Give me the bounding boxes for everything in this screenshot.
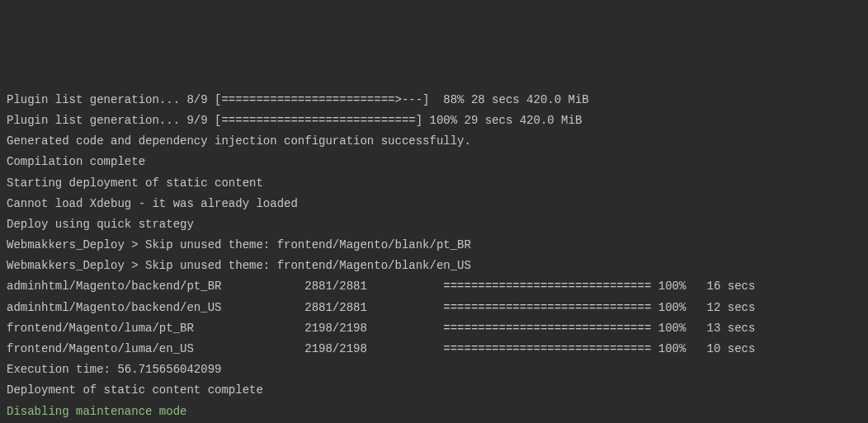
terminal-line: frontend/Magento/luma/pt_BR 2198/2198 ==…	[7, 318, 861, 339]
terminal-line: adminhtml/Magento/backend/en_US 2881/288…	[7, 298, 861, 318]
terminal-line: adminhtml/Magento/backend/pt_BR 2881/288…	[7, 276, 861, 297]
terminal-line: Plugin list generation... 8/9 [=========…	[7, 90, 861, 110]
terminal-line: Webmakkers_Deploy > Skip unused theme: f…	[7, 256, 861, 276]
terminal-line: Disabling maintenance mode	[7, 402, 861, 422]
terminal-line: Deployment of static content complete	[7, 380, 861, 401]
terminal-line: Generated code and dependency injection …	[7, 131, 861, 152]
terminal-line: Webmakkers_Deploy > Skip unused theme: f…	[7, 235, 861, 256]
terminal-line: Deploy using quick strategy	[7, 214, 861, 235]
terminal-line: Plugin list generation... 9/9 [=========…	[7, 110, 861, 131]
terminal-line: Compilation complete	[7, 152, 861, 172]
terminal-line: Cannot load Xdebug - it was already load…	[7, 194, 861, 214]
terminal-line: Starting deployment of static content	[7, 173, 861, 194]
terminal-line: frontend/Magento/luma/en_US 2198/2198 ==…	[7, 339, 861, 360]
terminal-output: Plugin list generation... 8/9 [=========…	[7, 90, 861, 423]
terminal-line: Execution time: 56.715656042099	[7, 360, 861, 380]
